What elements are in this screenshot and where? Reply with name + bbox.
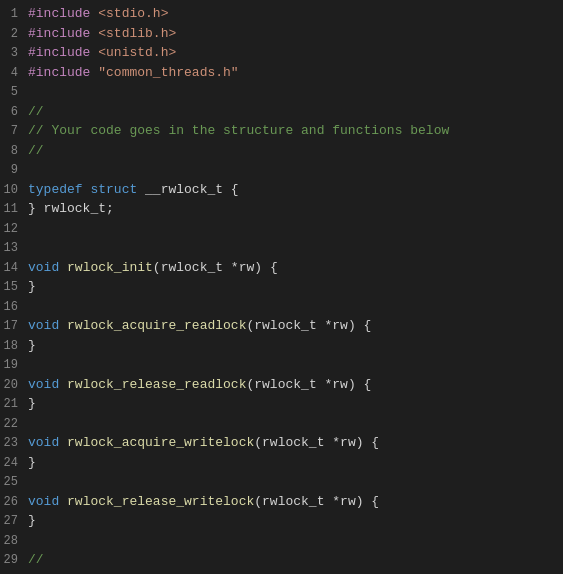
line-number: 1 <box>0 5 28 23</box>
line-content: void rwlock_acquire_writelock(rwlock_t *… <box>28 433 563 453</box>
code-line: 8// <box>0 141 563 161</box>
line-number: 2 <box>0 25 28 43</box>
code-line: 10typedef struct __rwlock_t { <box>0 180 563 200</box>
line-number: 8 <box>0 142 28 160</box>
line-number: 18 <box>0 337 28 355</box>
line-content: void rwlock_acquire_readlock(rwlock_t *r… <box>28 316 563 336</box>
line-number: 20 <box>0 376 28 394</box>
code-line: 1#include <stdio.h> <box>0 4 563 24</box>
line-content: #include <unistd.h> <box>28 43 563 63</box>
line-content: void rwlock_release_writelock(rwlock_t *… <box>28 492 563 512</box>
line-content: #include "common_threads.h" <box>28 63 563 83</box>
line-content: } rwlock_t; <box>28 199 563 219</box>
line-number: 3 <box>0 44 28 62</box>
line-number: 15 <box>0 278 28 296</box>
code-line: 21} <box>0 394 563 414</box>
code-line: 13 <box>0 238 563 258</box>
line-content: void rwlock_init(rwlock_t *rw) { <box>28 258 563 278</box>
line-number: 9 <box>0 161 28 179</box>
code-line: 25 <box>0 472 563 492</box>
line-number: 10 <box>0 181 28 199</box>
line-number: 30 <box>0 571 28 575</box>
line-number: 13 <box>0 239 28 257</box>
line-number: 11 <box>0 200 28 218</box>
line-number: 16 <box>0 298 28 316</box>
line-content: } <box>28 511 563 531</box>
code-line: 7// Your code goes in the structure and … <box>0 121 563 141</box>
line-content: // <box>28 102 563 122</box>
line-content <box>28 472 563 492</box>
code-line: 27} <box>0 511 563 531</box>
code-line: 16 <box>0 297 563 317</box>
line-number: 27 <box>0 512 28 530</box>
line-number: 7 <box>0 122 28 140</box>
line-content: // <box>28 141 563 161</box>
code-line: 28 <box>0 531 563 551</box>
line-number: 24 <box>0 454 28 472</box>
line-content: } <box>28 394 563 414</box>
line-number: 21 <box>0 395 28 413</box>
line-content <box>28 297 563 317</box>
line-number: 26 <box>0 493 28 511</box>
line-number: 17 <box>0 317 28 335</box>
line-content: #include <stdlib.h> <box>28 24 563 44</box>
code-line: 4#include "common_threads.h" <box>0 63 563 83</box>
line-number: 4 <box>0 64 28 82</box>
line-content: } <box>28 453 563 473</box>
code-line: 24} <box>0 453 563 473</box>
code-line: 15} <box>0 277 563 297</box>
line-content: // Your code goes in the structure and f… <box>28 121 563 141</box>
line-number: 19 <box>0 356 28 374</box>
code-line: 20void rwlock_release_readlock(rwlock_t … <box>0 375 563 395</box>
line-content <box>28 355 563 375</box>
code-line: 14void rwlock_init(rwlock_t *rw) { <box>0 258 563 278</box>
code-line: 18} <box>0 336 563 356</box>
line-content <box>28 414 563 434</box>
code-line: 11} rwlock_t; <box>0 199 563 219</box>
line-content <box>28 531 563 551</box>
code-line: 9 <box>0 160 563 180</box>
line-number: 23 <box>0 434 28 452</box>
line-content: // <box>28 550 563 570</box>
line-number: 6 <box>0 103 28 121</box>
line-content: #include <stdio.h> <box>28 4 563 24</box>
code-line: 5 <box>0 82 563 102</box>
code-line: 22 <box>0 414 563 434</box>
line-number: 14 <box>0 259 28 277</box>
line-content <box>28 238 563 258</box>
code-line: 12 <box>0 219 563 239</box>
line-content <box>28 160 563 180</box>
code-line: 17void rwlock_acquire_readlock(rwlock_t … <box>0 316 563 336</box>
line-content: // Don't change the code below (just use… <box>28 570 563 575</box>
code-editor: 1#include <stdio.h>2#include <stdlib.h>3… <box>0 0 563 574</box>
code-line: 30// Don't change the code below (just u… <box>0 570 563 575</box>
line-content: } <box>28 277 563 297</box>
code-line: 2#include <stdlib.h> <box>0 24 563 44</box>
line-number: 12 <box>0 220 28 238</box>
code-line: 23void rwlock_acquire_writelock(rwlock_t… <box>0 433 563 453</box>
code-line: 6// <box>0 102 563 122</box>
line-content: void rwlock_release_readlock(rwlock_t *r… <box>28 375 563 395</box>
line-number: 28 <box>0 532 28 550</box>
line-content: typedef struct __rwlock_t { <box>28 180 563 200</box>
line-number: 22 <box>0 415 28 433</box>
code-line: 26void rwlock_release_writelock(rwlock_t… <box>0 492 563 512</box>
line-content <box>28 219 563 239</box>
code-line: 3#include <unistd.h> <box>0 43 563 63</box>
line-number: 5 <box>0 83 28 101</box>
line-content <box>28 82 563 102</box>
line-number: 25 <box>0 473 28 491</box>
line-content: } <box>28 336 563 356</box>
code-line: 29// <box>0 550 563 570</box>
line-number: 29 <box>0 551 28 569</box>
code-line: 19 <box>0 355 563 375</box>
